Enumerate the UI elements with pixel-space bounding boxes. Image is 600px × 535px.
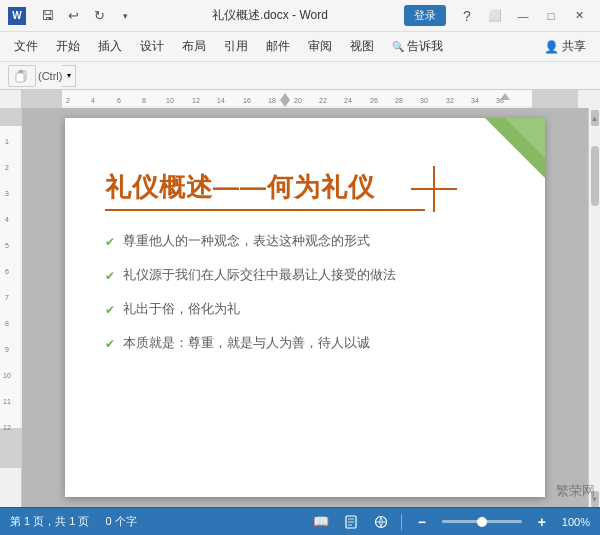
svg-text:2: 2 [5,164,9,171]
list-item: ✔ 礼出于俗，俗化为礼 [105,299,505,319]
maximize-button[interactable]: □ [538,5,564,27]
ruler-corner [0,90,22,108]
svg-text:5: 5 [5,242,9,249]
svg-text:8: 8 [142,97,146,104]
menu-references[interactable]: 引用 [216,34,256,59]
statusbar-right: 📖 − + 100% [311,512,590,532]
ruler-horizontal: 2 4 6 8 10 12 14 16 18 20 22 24 26 28 30… [22,90,600,108]
menu-review[interactable]: 审阅 [300,34,340,59]
zoom-out-button[interactable]: − [412,512,432,532]
zoom-slider[interactable] [442,520,522,523]
svg-text:32: 32 [446,97,454,104]
svg-rect-4 [22,90,62,108]
menu-layout[interactable]: 布局 [174,34,214,59]
svg-rect-32 [0,126,22,428]
svg-text:26: 26 [370,97,378,104]
bullet-arrow-icon: ✔ [105,267,115,285]
word-icon: W [8,7,26,25]
list-item: ✔ 本质就是：尊重，就是与人为善，待人以诚 [105,333,505,353]
paste-toolbar: (Ctrl) ▾ [0,62,600,90]
svg-rect-1 [16,73,24,82]
redo-button[interactable]: ↻ [88,5,110,27]
window-controls: ? ⬜ — □ ✕ [454,5,592,27]
svg-text:2: 2 [66,97,70,104]
svg-text:4: 4 [5,216,9,223]
svg-text:20: 20 [294,97,302,104]
svg-text:16: 16 [243,97,251,104]
svg-text:8: 8 [5,320,9,327]
menu-mailings[interactable]: 邮件 [258,34,298,59]
svg-text:10: 10 [3,372,11,379]
svg-text:34: 34 [471,97,479,104]
svg-text:28: 28 [395,97,403,104]
menu-insert[interactable]: 插入 [90,34,130,59]
svg-text:7: 7 [5,294,9,301]
svg-text:6: 6 [117,97,121,104]
zoom-in-button[interactable]: + [532,512,552,532]
vertical-scrollbar[interactable]: ▲ ▼ [588,108,600,507]
bullet-text-2: 礼仪源于我们在人际交往中最易让人接受的做法 [123,265,396,285]
menu-home[interactable]: 开始 [48,34,88,59]
svg-text:3: 3 [5,190,9,197]
list-item: ✔ 礼仪源于我们在人际交往中最易让人接受的做法 [105,265,505,285]
menu-design[interactable]: 设计 [132,34,172,59]
web-layout-button[interactable] [371,512,391,532]
zoom-thumb[interactable] [477,517,487,527]
bullet-arrow-icon: ✔ [105,233,115,251]
more-button[interactable]: ▾ [114,5,136,27]
bullet-arrow-icon: ✔ [105,301,115,319]
svg-text:30: 30 [420,97,428,104]
svg-rect-30 [0,108,22,126]
svg-text:22: 22 [319,97,327,104]
zoom-percent: 100% [562,516,590,528]
menu-file[interactable]: 文件 [6,34,46,59]
list-item: ✔ 尊重他人的一种观念，表达这种观念的形式 [105,231,505,251]
svg-text:12: 12 [3,424,11,431]
scroll-thumb[interactable] [591,146,599,206]
read-mode-button[interactable]: 📖 [311,512,331,532]
paste-label: (Ctrl) [38,70,62,82]
bullet-text-3: 礼出于俗，俗化为礼 [123,299,240,319]
svg-rect-5 [532,90,578,108]
ruler-vertical: 1 2 3 4 5 6 7 8 9 10 11 12 [0,108,22,507]
paste-icon-button[interactable] [8,65,36,87]
titlebar-controls: 🖫 ↩ ↻ ▾ [36,5,136,27]
document-area: 1 2 3 4 5 6 7 8 9 10 11 12 礼仪概 [0,108,600,507]
help-button[interactable]: ? [454,5,480,27]
watermark: 繁荣网 [556,482,595,500]
svg-text:6: 6 [5,268,9,275]
svg-text:1: 1 [5,138,9,145]
title-cross-decoration [411,166,457,212]
document-page: 礼仪概述——何为礼仪 ✔ 尊重他人的一种观念，表达这种观念的形式 ✔ [65,118,545,497]
title-bar: W 🖫 ↩ ↻ ▾ 礼仪概述.docx - Word 登录 ? ⬜ — □ ✕ [0,0,600,32]
paste-options: (Ctrl) ▾ [8,65,76,87]
paste-dropdown-button[interactable]: ▾ [62,65,76,87]
bullet-list: ✔ 尊重他人的一种观念，表达这种观念的形式 ✔ 礼仪源于我们在人际交往中最易让人… [105,231,505,353]
svg-text:4: 4 [91,97,95,104]
menu-share[interactable]: 👤共享 [536,34,594,59]
svg-text:11: 11 [3,398,11,405]
doc-title-area: 礼仪概述——何为礼仪 [105,170,505,211]
menu-bar: 文件 开始 插入 设计 布局 引用 邮件 审阅 视图 🔍告诉我 👤共享 [0,32,600,62]
svg-text:24: 24 [344,97,352,104]
ruler-row: 2 4 6 8 10 12 14 16 18 20 22 24 26 28 30… [0,90,600,108]
ribbon-toggle[interactable]: ⬜ [482,5,508,27]
menu-tell-me[interactable]: 🔍告诉我 [384,34,451,59]
svg-text:14: 14 [217,97,225,104]
close-button[interactable]: ✕ [566,5,592,27]
minimize-button[interactable]: — [510,5,536,27]
print-layout-button[interactable] [341,512,361,532]
login-button[interactable]: 登录 [404,5,446,26]
scroll-up-button[interactable]: ▲ [591,110,599,126]
menu-view[interactable]: 视图 [342,34,382,59]
word-count: 0 个字 [105,514,136,529]
svg-text:12: 12 [192,97,200,104]
bullet-text-4: 本质就是：尊重，就是与人为善，待人以诚 [123,333,370,353]
bullet-text-1: 尊重他人的一种观念，表达这种观念的形式 [123,231,370,251]
page-info: 第 1 页，共 1 页 [10,514,89,529]
undo-button[interactable]: ↩ [62,5,84,27]
svg-text:10: 10 [166,97,174,104]
svg-text:18: 18 [268,97,276,104]
save-button[interactable]: 🖫 [36,5,58,27]
svg-text:9: 9 [5,346,9,353]
